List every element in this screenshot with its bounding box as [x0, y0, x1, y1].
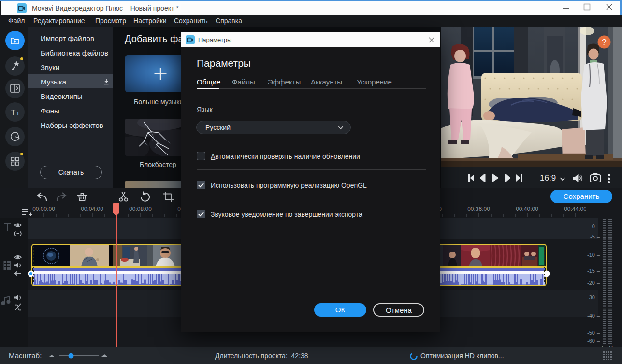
- svg-text:т: т: [16, 110, 19, 117]
- svg-text:00:36:00: 00:36:00: [467, 206, 490, 212]
- svg-text:00:40:00: 00:40:00: [516, 206, 538, 212]
- svg-text:Т: Т: [11, 108, 15, 117]
- svg-text:00:04:00: 00:04:00: [81, 206, 103, 212]
- svg-text:00:00:00: 00:00:00: [32, 206, 55, 212]
- svg-text:?: ?: [602, 38, 606, 47]
- svg-text:00:44:00: 00:44:00: [564, 206, 586, 212]
- svg-text:00:08:00: 00:08:00: [129, 206, 152, 212]
